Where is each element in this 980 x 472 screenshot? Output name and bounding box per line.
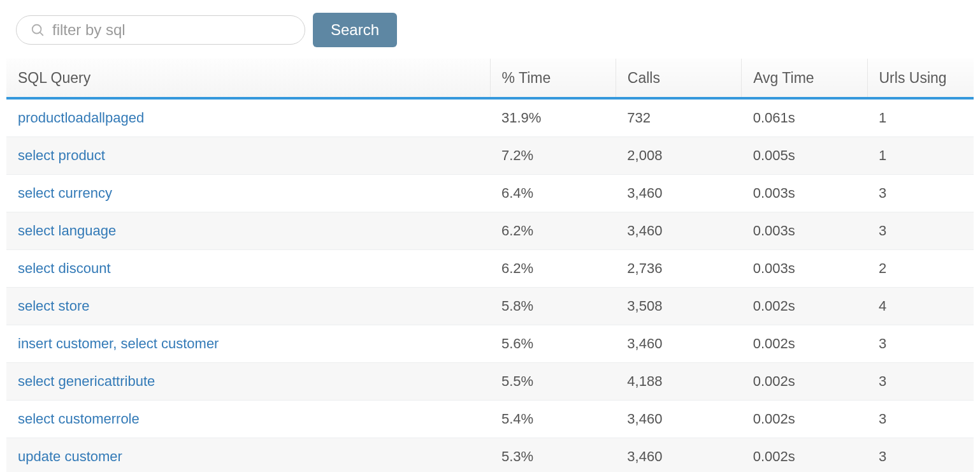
cell-urls: 3 bbox=[867, 438, 974, 473]
cell-urls: 1 bbox=[867, 137, 974, 175]
col-header-urls[interactable]: Urls Using bbox=[867, 59, 974, 98]
sql-query-link[interactable]: select currency bbox=[18, 185, 112, 201]
cell-calls: 2,008 bbox=[616, 137, 741, 175]
col-header-query[interactable]: SQL Query bbox=[6, 59, 490, 98]
cell-avg: 0.003s bbox=[742, 212, 867, 250]
table-row: select discount6.2%2,7360.003s2 bbox=[6, 250, 974, 288]
cell-urls: 3 bbox=[867, 212, 974, 250]
cell-avg: 0.002s bbox=[742, 438, 867, 473]
cell-urls: 4 bbox=[867, 288, 974, 325]
table-row: update customer5.3%3,4600.002s3 bbox=[6, 438, 974, 473]
table-row: select currency6.4%3,4600.003s3 bbox=[6, 175, 974, 212]
cell-urls: 3 bbox=[867, 325, 974, 363]
cell-pct: 7.2% bbox=[490, 137, 616, 175]
cell-urls: 2 bbox=[867, 250, 974, 288]
cell-pct: 5.3% bbox=[490, 438, 616, 473]
search-button[interactable]: Search bbox=[313, 13, 397, 47]
sql-query-link[interactable]: update customer bbox=[18, 448, 122, 464]
sql-query-link[interactable]: select discount bbox=[18, 260, 111, 276]
cell-pct: 6.2% bbox=[490, 250, 616, 288]
sql-query-link[interactable]: select product bbox=[18, 147, 105, 163]
cell-pct: 5.6% bbox=[490, 325, 616, 363]
cell-calls: 732 bbox=[616, 98, 741, 137]
sql-filter-input[interactable] bbox=[52, 21, 291, 39]
cell-avg: 0.002s bbox=[742, 325, 867, 363]
cell-urls: 3 bbox=[867, 363, 974, 401]
cell-urls: 1 bbox=[867, 98, 974, 137]
sql-query-link[interactable]: insert customer, select customer bbox=[18, 336, 219, 351]
table-row: select customerrole5.4%3,4600.002s3 bbox=[6, 401, 974, 438]
sql-query-link[interactable]: select genericattribute bbox=[18, 373, 155, 389]
cell-pct: 31.9% bbox=[490, 98, 616, 137]
sql-query-link[interactable]: select customerrole bbox=[18, 411, 140, 427]
cell-avg: 0.003s bbox=[742, 250, 867, 288]
cell-calls: 3,460 bbox=[616, 438, 741, 473]
cell-urls: 3 bbox=[867, 175, 974, 212]
cell-avg: 0.061s bbox=[742, 98, 867, 137]
cell-pct: 5.4% bbox=[490, 401, 616, 438]
cell-avg: 0.002s bbox=[742, 288, 867, 325]
cell-calls: 3,460 bbox=[616, 212, 741, 250]
table-row: select language6.2%3,4600.003s3 bbox=[6, 212, 974, 250]
table-row: productloadallpaged31.9%7320.061s1 bbox=[6, 98, 974, 137]
cell-pct: 5.8% bbox=[490, 288, 616, 325]
cell-urls: 3 bbox=[867, 401, 974, 438]
sql-query-link[interactable]: productloadallpaged bbox=[18, 110, 144, 126]
sql-query-link[interactable]: select language bbox=[18, 223, 116, 239]
svg-line-1 bbox=[40, 33, 43, 36]
col-header-pct[interactable]: % Time bbox=[490, 59, 616, 98]
cell-calls: 3,460 bbox=[616, 401, 741, 438]
cell-calls: 3,460 bbox=[616, 325, 741, 363]
cell-avg: 0.002s bbox=[742, 363, 867, 401]
cell-avg: 0.002s bbox=[742, 401, 867, 438]
sql-queries-table: SQL Query % Time Calls Avg Time Urls Usi… bbox=[6, 59, 974, 472]
cell-calls: 3,508 bbox=[616, 288, 741, 325]
cell-avg: 0.003s bbox=[742, 175, 867, 212]
sql-query-link[interactable]: select store bbox=[18, 298, 90, 314]
cell-calls: 3,460 bbox=[616, 175, 741, 212]
col-header-avg[interactable]: Avg Time bbox=[742, 59, 867, 98]
filter-bar: Search bbox=[6, 13, 974, 59]
table-row: select product7.2%2,0080.005s1 bbox=[6, 137, 974, 175]
table-row: select genericattribute5.5%4,1880.002s3 bbox=[6, 363, 974, 401]
table-row: insert customer, select customer5.6%3,46… bbox=[6, 325, 974, 363]
col-header-calls[interactable]: Calls bbox=[616, 59, 741, 98]
table-row: select store5.8%3,5080.002s4 bbox=[6, 288, 974, 325]
search-icon bbox=[31, 23, 45, 37]
cell-avg: 0.005s bbox=[742, 137, 867, 175]
cell-pct: 5.5% bbox=[490, 363, 616, 401]
cell-calls: 2,736 bbox=[616, 250, 741, 288]
cell-pct: 6.2% bbox=[490, 212, 616, 250]
search-input-wrap[interactable] bbox=[16, 15, 305, 45]
cell-calls: 4,188 bbox=[616, 363, 741, 401]
cell-pct: 6.4% bbox=[490, 175, 616, 212]
